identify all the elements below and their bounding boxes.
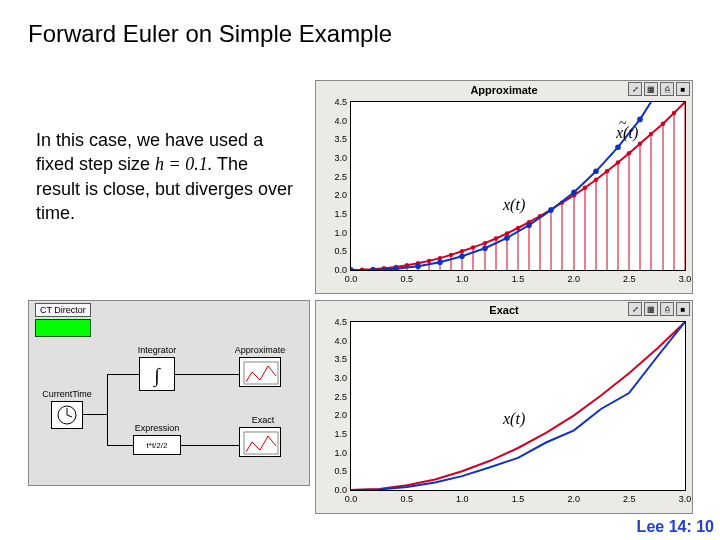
- ytick: 2.0: [321, 190, 347, 200]
- xtick: 3.0: [679, 274, 692, 284]
- svg-point-69: [504, 235, 510, 241]
- wire: [175, 374, 239, 375]
- xtick: 2.5: [623, 494, 636, 504]
- svg-point-41: [460, 249, 464, 253]
- director-label: CT Director: [35, 303, 91, 317]
- approximate-block[interactable]: [239, 357, 281, 387]
- svg-point-42: [471, 245, 475, 249]
- wire: [83, 414, 107, 415]
- wire: [107, 445, 133, 446]
- ytick: 2.0: [321, 410, 347, 420]
- plot-icon: [240, 358, 282, 388]
- description-text: In this case, we have used a fixed step …: [36, 128, 296, 225]
- ytick: 3.0: [321, 153, 347, 163]
- ytick: 0.0: [321, 265, 347, 275]
- svg-point-73: [593, 169, 599, 175]
- svg-point-57: [638, 142, 642, 146]
- expression-label: Expression: [127, 423, 187, 433]
- plot-titlebar: Approximate ⤢ ▦ ⎙ ■: [316, 81, 692, 99]
- director-block[interactable]: [35, 319, 91, 337]
- annotation-xtilde: x(t): [616, 124, 638, 142]
- xtick: 0.5: [401, 274, 414, 284]
- svg-line-78: [67, 415, 72, 417]
- svg-point-74: [615, 144, 621, 150]
- print-icon[interactable]: ⎙: [660, 302, 674, 316]
- svg-point-54: [605, 169, 609, 173]
- xtick: 2.5: [623, 274, 636, 284]
- svg-point-62: [351, 267, 354, 270]
- xtick: 1.0: [456, 274, 469, 284]
- integrator-block[interactable]: ∫: [139, 357, 175, 391]
- clock-icon: [56, 404, 78, 426]
- print-icon[interactable]: ⎙: [660, 82, 674, 96]
- svg-point-67: [459, 253, 465, 259]
- step-size-equation: h = 0.1.: [155, 154, 212, 174]
- ytick: 4.0: [321, 116, 347, 126]
- svg-rect-80: [244, 432, 278, 454]
- xtick: 0.5: [401, 494, 414, 504]
- annotation-x: x(t): [503, 410, 525, 428]
- svg-point-38: [427, 259, 431, 263]
- ytick: 1.0: [321, 228, 347, 238]
- integrator-label: Integrator: [129, 345, 185, 355]
- plot-toolbar-icons: ⤢ ▦ ⎙ ■: [628, 302, 690, 316]
- svg-point-60: [672, 111, 676, 115]
- reset-icon[interactable]: ■: [676, 82, 690, 96]
- approximate-label: Approximate: [229, 345, 291, 355]
- xtick: 1.5: [512, 494, 525, 504]
- plot-toolbar-icons: ⤢ ▦ ⎙ ■: [628, 82, 690, 96]
- plot-exact: Exact ⤢ ▦ ⎙ ■ 0.0 0.5 1.0 1.5 2.0 2.5 3.…: [315, 300, 693, 514]
- ytick: 1.0: [321, 448, 347, 458]
- svg-point-70: [526, 222, 532, 228]
- svg-point-43: [483, 241, 487, 245]
- exact-block[interactable]: [239, 427, 281, 457]
- svg-point-56: [627, 151, 631, 155]
- xtick: 0.0: [345, 274, 358, 284]
- ytick: 3.5: [321, 134, 347, 144]
- ytick: 3.0: [321, 373, 347, 383]
- svg-point-66: [437, 259, 443, 265]
- zoom-icon[interactable]: ⤢: [628, 82, 642, 96]
- chart-svg-exact: [351, 322, 685, 490]
- svg-point-44: [494, 236, 498, 240]
- ytick: 1.5: [321, 209, 347, 219]
- svg-point-58: [649, 132, 653, 136]
- svg-point-55: [616, 160, 620, 164]
- svg-point-52: [583, 186, 587, 190]
- ytick: 2.5: [321, 172, 347, 182]
- ytick: 0.5: [321, 466, 347, 476]
- grid-icon[interactable]: ▦: [644, 302, 658, 316]
- currenttime-block[interactable]: [51, 401, 83, 429]
- ytick: 3.5: [321, 354, 347, 364]
- ytick: 4.0: [321, 336, 347, 346]
- slide-title: Forward Euler on Simple Example: [0, 0, 720, 48]
- expression-block[interactable]: t*t/2/2: [133, 435, 181, 455]
- svg-point-72: [571, 189, 577, 195]
- ytick: 4.5: [321, 97, 347, 107]
- ytick: 0.0: [321, 485, 347, 495]
- plot-approximate: Approximate ⤢ ▦ ⎙ ■ 0.0 0.: [315, 80, 693, 294]
- xtick: 1.0: [456, 494, 469, 504]
- wire: [107, 374, 139, 375]
- exact-label: Exact: [243, 415, 283, 425]
- reset-icon[interactable]: ■: [676, 302, 690, 316]
- xtick: 3.0: [679, 494, 692, 504]
- xtick: 2.0: [568, 494, 581, 504]
- plot-titlebar: Exact ⤢ ▦ ⎙ ■: [316, 301, 692, 319]
- zoom-icon[interactable]: ⤢: [628, 302, 642, 316]
- grid-icon[interactable]: ▦: [644, 82, 658, 96]
- xtick: 0.0: [345, 494, 358, 504]
- svg-rect-79: [244, 362, 278, 384]
- xtick: 1.5: [512, 274, 525, 284]
- wire: [107, 374, 108, 446]
- svg-point-59: [661, 122, 665, 126]
- svg-point-63: [370, 267, 376, 270]
- ytick: 1.5: [321, 429, 347, 439]
- svg-point-40: [449, 253, 453, 257]
- ytick: 2.5: [321, 392, 347, 402]
- plot-area-exact: 0.0 0.5 1.0 1.5 2.0 2.5 3.0 3.5 4.0 4.5 …: [350, 321, 686, 491]
- svg-point-68: [482, 245, 488, 251]
- currenttime-label: CurrentTime: [37, 389, 97, 399]
- wire: [181, 445, 239, 446]
- ytick: 0.5: [321, 246, 347, 256]
